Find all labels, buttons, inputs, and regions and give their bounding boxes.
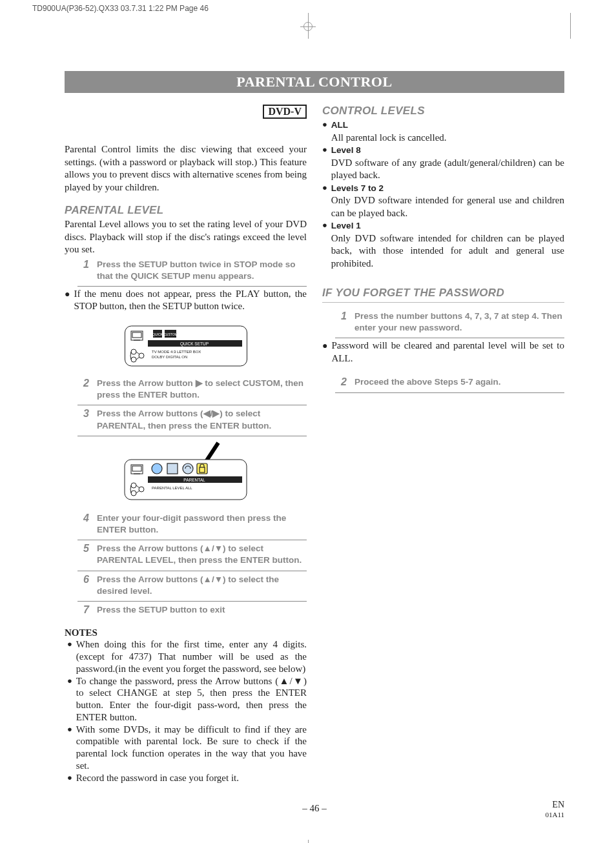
svg-point-29: [183, 463, 193, 474]
bullet-icon: ●: [322, 182, 327, 220]
heading-parental-level: PARENTAL LEVEL: [65, 204, 307, 217]
level-heading: ALL: [331, 120, 348, 130]
level-content: ALL All parental lock is cancelled.: [331, 119, 564, 144]
svg-text:QUICK SETUP: QUICK SETUP: [180, 341, 208, 346]
page: PARENTAL CONTROL DVD-V Parental Control …: [0, 13, 616, 840]
note-item: ●When doing this for the first time, ent…: [65, 638, 307, 675]
svg-point-27: [152, 463, 162, 474]
step-text: Proceed the above Steps 5-7 again.: [354, 376, 501, 388]
svg-text:PARENTAL: PARENTAL: [183, 477, 205, 482]
step-number: 2: [335, 376, 347, 388]
step-4: 4 Enter your four-digit password then pr…: [77, 510, 307, 540]
level-heading: Levels 7 to 2: [331, 183, 384, 193]
forgot-step-2: 2 Proceed the above Steps 5-7 again.: [335, 374, 564, 392]
step-number: 1: [77, 259, 89, 282]
level-1: ● Level 1 Only DVD software intended for…: [322, 219, 564, 270]
page-number: – 46 –: [302, 803, 327, 813]
note-item: ●Record the password in case you forget …: [65, 772, 307, 784]
step-text: Press the SETUP button to exit: [97, 604, 225, 616]
level-body: DVD software of any grade (adult/general…: [331, 157, 564, 181]
crop-bottom-area: [0, 840, 616, 843]
step-7: 7 Press the SETUP button to exit: [77, 602, 307, 620]
step-number: 1: [335, 310, 347, 334]
note-text: Record the password in case you forget i…: [76, 772, 307, 784]
bullet-icon: ●: [322, 119, 327, 144]
lang-code: EN: [552, 800, 564, 809]
level-7-2: ● Levels 7 to 2 Only DVD software intend…: [322, 182, 564, 220]
heading-control-levels: CONTROL LEVELS: [322, 105, 564, 117]
level-content: Level 8 DVD software of any grade (adult…: [331, 144, 564, 182]
bullet-icon: ●: [67, 724, 72, 772]
step-number: 2: [77, 378, 89, 401]
notes-list: ●When doing this for the first time, ent…: [65, 638, 307, 784]
svg-text:QUICK: QUICK: [152, 332, 163, 336]
bullet-icon: ●: [322, 219, 327, 270]
intro-paragraph: Parental Control limits the disc viewing…: [65, 123, 307, 194]
step-1: 1 Press the SETUP button twice in STOP m…: [77, 256, 307, 287]
step-number: 3: [77, 408, 89, 431]
level-content: Level 1 Only DVD software intended for c…: [331, 219, 564, 270]
step-text: Press the Arrow buttons (▲/▼) to select …: [97, 543, 307, 566]
divider: [322, 302, 564, 303]
crop-mark-right: [570, 13, 571, 39]
step-text: Press the SETUP button twice in STOP mod…: [97, 259, 307, 282]
level-heading: Level 1: [331, 221, 361, 230]
step-2: 2 Press the Arrow button ▶ to select CUS…: [77, 375, 307, 405]
step-number: 7: [77, 604, 89, 616]
page-footer: – 46 – EN 01A11: [65, 803, 564, 814]
step-number: 5: [77, 543, 89, 566]
level-8: ● Level 8 DVD software of any grade (adu…: [322, 144, 564, 182]
step-1-note: ● If the menu does not appear, press the…: [65, 287, 307, 316]
right-column: CONTROL LEVELS ● ALL All parental lock i…: [322, 105, 564, 784]
bullet-icon: ●: [67, 772, 72, 784]
note-text: Password will be cleared and parental le…: [331, 340, 564, 365]
bullet-icon: ●: [67, 638, 72, 675]
parental-level-body: Parental Level allows you to set the rat…: [65, 218, 307, 256]
footer-code: EN 01A11: [545, 800, 564, 819]
step-text: Press the number buttons 4, 7, 3, 7 at s…: [354, 310, 564, 334]
forgot-step-1-note: ● Password will be cleared and parental …: [322, 338, 564, 367]
forgot-step-1: 1 Press the number buttons 4, 7, 3, 7 at…: [335, 308, 564, 338]
bullet-icon: ●: [322, 144, 327, 182]
step-number: 4: [77, 513, 89, 536]
two-column-layout: DVD-V Parental Control limits the disc v…: [65, 105, 564, 784]
level-heading: Level 8: [331, 145, 361, 155]
dvd-v-badge: DVD-V: [263, 105, 307, 119]
step-number: 6: [77, 574, 89, 597]
svg-text:CUSTOM: CUSTOM: [163, 332, 178, 336]
print-slug: TD900UA(P36-52).QX33 03.7.31 1:22 PM Pag…: [0, 0, 616, 13]
level-body: Only DVD software intended for children …: [331, 233, 564, 269]
svg-rect-28: [167, 463, 178, 474]
svg-text:DOLBY DIGITAL   ON: DOLBY DIGITAL ON: [152, 355, 187, 359]
heading-forgot-password: IF YOU FORGET THE PASSWORD: [322, 287, 564, 300]
step-text: Press the Arrow buttons (▲/▼) to select …: [97, 574, 307, 597]
registration-mark-top: [303, 22, 313, 31]
level-body: All parental lock is cancelled.: [331, 132, 447, 143]
note-item: ●To change the password, press the Arrow…: [65, 675, 307, 724]
step-5: 5 Press the Arrow buttons (▲/▼) to selec…: [77, 540, 307, 571]
step-text: Press the Arrow button ▶ to select CUSTO…: [97, 378, 307, 401]
parental-menu-diagram: PARENTAL PARENTAL LEVEL ALL: [118, 442, 254, 506]
crop-mark-bottom: [308, 840, 309, 843]
svg-text:PARENTAL LEVEL    ALL: PARENTAL LEVEL ALL: [152, 486, 192, 490]
note-text: If the menu does not appear, press the P…: [74, 288, 307, 313]
bullet-icon: ●: [67, 675, 72, 724]
step-3: 3 Press the Arrow buttons (◀/▶) to selec…: [77, 405, 307, 436]
level-body: Only DVD software intended for general u…: [331, 195, 564, 218]
level-content: Levels 7 to 2 Only DVD software intended…: [331, 182, 564, 220]
page-title: PARENTAL CONTROL: [65, 71, 564, 93]
note-item: ●With some DVDs, it may be difficult to …: [65, 724, 307, 772]
note-text: To change the password, press the Arrow …: [76, 675, 307, 724]
left-column: DVD-V Parental Control limits the disc v…: [65, 105, 307, 784]
note-text: When doing this for the first time, ente…: [76, 638, 307, 675]
step-text: Enter your four-digit password then pres…: [97, 513, 307, 536]
quick-setup-diagram: QUICK CUSTOM QUICK SETUP TV MODE 4:3 LET…: [125, 321, 247, 371]
step-text: Press the Arrow buttons (◀/▶) to select …: [97, 408, 307, 431]
notes-heading: NOTES: [65, 627, 307, 638]
bullet-icon: ●: [322, 340, 327, 365]
doc-code: 01A11: [545, 811, 564, 818]
step-6: 6 Press the Arrow buttons (▲/▼) to selec…: [77, 571, 307, 602]
svg-text:TV MODE            4:3 LETTER : TV MODE 4:3 LETTER BOX: [152, 350, 201, 354]
note-text: With some DVDs, it may be difficult to f…: [76, 724, 307, 772]
bullet-icon: ●: [65, 288, 70, 313]
